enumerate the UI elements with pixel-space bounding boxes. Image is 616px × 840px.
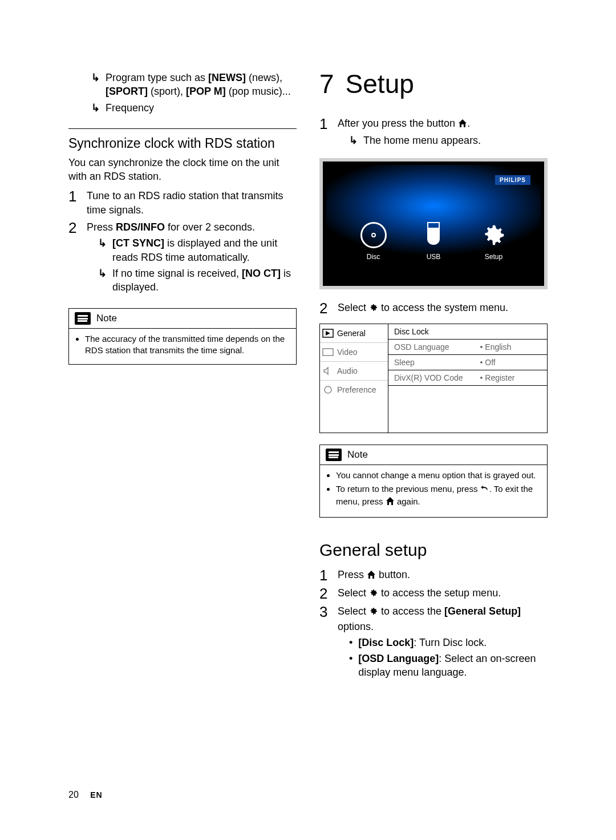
sync-clock-heading: Synchronize clock with RDS station [68, 136, 297, 151]
video-tab-icon [322, 348, 334, 357]
disc-icon [360, 222, 387, 248]
gear-icon [481, 222, 507, 248]
gs-bullet-disc-lock: •[Disc Lock]: Turn Disc lock. [349, 636, 548, 649]
setup-step-1: 1 After you press the button . ↳ The hom… [319, 116, 548, 150]
menu-row-disc-lock: Disc Lock [388, 324, 547, 340]
home-icon [367, 569, 376, 583]
note-box-left: Note The accuracy of the transmitted tim… [68, 308, 297, 365]
lang-label: EN [90, 790, 102, 799]
note-icon [326, 449, 342, 461]
substep-no-ct: ↳ If no time signal is received, [NO CT]… [98, 266, 297, 294]
menu-tab-audio: Audio [320, 362, 388, 381]
menu-row-osd-language: OSD LanguageEnglish [388, 340, 547, 355]
system-menu-illustration: General Video Audio Preference Disc Lock… [319, 324, 548, 433]
svg-point-3 [325, 386, 331, 393]
menu-row-sleep: SleepOff [388, 355, 547, 370]
arrow-icon: ↳ [98, 236, 107, 264]
menu-tab-preference: Preference [320, 381, 388, 399]
right-column: 7Setup 1 After you press the button . ↳ … [319, 68, 548, 685]
gs-step-3: 3 Select to access the [General Setup] o… [319, 604, 548, 681]
note-box-right: Note You cannot change a menu option tha… [319, 445, 548, 518]
substep-ct-sync: ↳ [CT SYNC] is displayed and the unit re… [98, 236, 297, 264]
sync-clock-intro: You can synchronize the clock time on th… [68, 156, 297, 184]
home-icon [458, 118, 467, 131]
svg-marker-1 [326, 331, 330, 336]
step-1: 1 Tune to an RDS radio station that tran… [68, 189, 297, 217]
note-label: Note [96, 313, 117, 324]
gs-bullet-osd-language: •[OSD Language]: Select an on-screen dis… [349, 652, 548, 680]
note-icon [75, 312, 91, 325]
gs-step-1: 1 Press button. [319, 568, 548, 583]
bullet-program-type: ↳ Program type such as [NEWS] (news), [S… [91, 71, 297, 99]
general-setup-heading: General setup [319, 540, 548, 560]
gs-step-2: 2 Select to access the setup menu. [319, 586, 548, 601]
audio-tab-icon [322, 366, 334, 375]
setup-step-2: 2 Select to access the system menu. [319, 301, 548, 316]
gear-icon [369, 302, 378, 316]
tv-item-setup: Setup [481, 222, 507, 261]
bullet-frequency: ↳ Frequency [91, 101, 297, 115]
arrow-icon: ↳ [91, 71, 100, 99]
home-menu-illustration: PHILIPS Disc USB Setup [319, 158, 548, 289]
philips-logo: PHILIPS [495, 175, 530, 185]
menu-tab-video: Video [320, 343, 388, 362]
preference-tab-icon [322, 385, 334, 394]
page-footer: 20 EN [68, 790, 103, 800]
divider [68, 128, 297, 129]
chapter-heading: 7Setup [319, 68, 548, 99]
menu-row-divx: DivX(R) VOD CodeRegister [388, 370, 547, 386]
tv-item-usb: USB [420, 222, 447, 261]
arrow-icon: ↳ [91, 101, 100, 115]
step-2: 2 Press RDS/INFO for over 2 seconds. ↳ [… [68, 220, 297, 296]
note-item: The accuracy of the transmitted time dep… [85, 333, 290, 357]
tv-item-disc: Disc [360, 222, 387, 261]
general-tab-icon [322, 329, 334, 338]
svg-rect-2 [323, 349, 333, 356]
note-item: You cannot change a menu option that is … [336, 470, 541, 481]
left-column: ↳ Program type such as [NEWS] (news), [S… [68, 68, 297, 685]
page-number: 20 [68, 790, 79, 799]
menu-tab-general: General [320, 324, 388, 343]
note-label: Note [347, 449, 368, 461]
setup-step-1-sub: ↳ The home menu appears. [349, 134, 548, 147]
arrow-icon: ↳ [349, 134, 358, 147]
back-icon [480, 484, 489, 496]
home-icon [386, 496, 395, 508]
usb-icon [420, 222, 447, 248]
arrow-icon: ↳ [98, 266, 107, 294]
gear-icon [369, 587, 378, 601]
gear-icon [369, 605, 378, 619]
note-item: To return to the previous menu, press . … [336, 483, 541, 509]
